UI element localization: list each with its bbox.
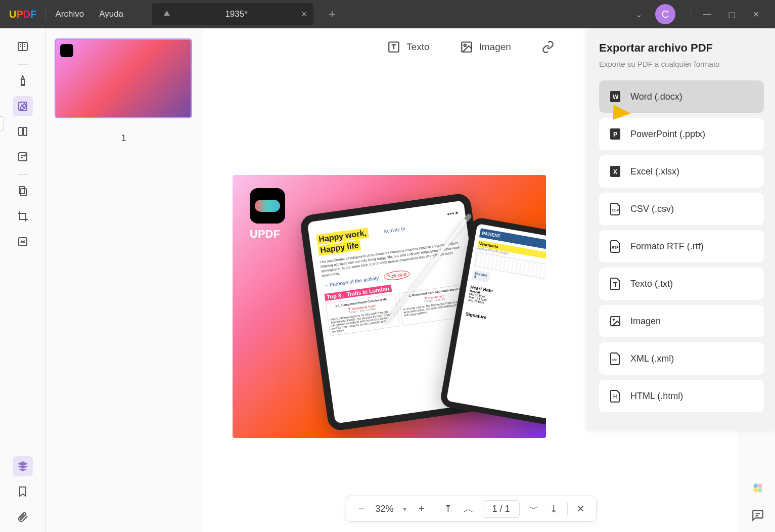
left-toolbar — [0, 28, 45, 532]
text-icon — [387, 40, 400, 54]
comment-button[interactable] — [747, 505, 768, 526]
reader-mode-button[interactable] — [13, 36, 33, 57]
bottom-toolbar: − 32% ▾ + ⤒ ︿ 1 / 1 ﹀ ⤓ ✕ — [345, 496, 596, 522]
thumb-logo — [60, 44, 73, 57]
file-type-icon: RTF — [609, 239, 621, 253]
zoom-dropdown[interactable]: ▾ — [398, 505, 412, 513]
export-option-formato-rtf-rtf-[interactable]: RTFFormato RTF (.rtf) — [599, 230, 764, 262]
export-option-label: Formato RTF (.rtf) — [630, 241, 704, 252]
export-option-csv-csv-[interactable]: CSVCSV (.csv) — [599, 193, 764, 225]
signature-label: Signature — [465, 312, 546, 334]
export-panel: Exportar archivo PDF Exporte su PDF a cu… — [588, 28, 775, 430]
svg-rect-29 — [611, 317, 620, 326]
zoom-level: 32% — [371, 504, 397, 514]
next-page-button[interactable]: ﹀ — [524, 499, 544, 519]
panel-handle[interactable] — [0, 116, 4, 130]
image-icon — [460, 40, 473, 54]
svg-rect-4 — [19, 153, 27, 161]
titlebar: UPDF Archivo Ayuda 1935* × + ⌄ C — ▢ ✕ — [0, 0, 775, 28]
file-type-icon: P — [609, 127, 621, 141]
close-toolbar-button[interactable]: ✕ — [571, 499, 591, 519]
export-option-excel-xlsx-[interactable]: XExcel (.xlsx) — [599, 155, 764, 188]
page-thumbnail[interactable] — [55, 38, 192, 118]
file-type-icon: </> — [609, 351, 621, 366]
document-tab[interactable]: 1935* × — [152, 3, 313, 25]
zoom-in-button[interactable]: + — [412, 499, 432, 519]
first-page-button[interactable]: ⤒ — [438, 499, 459, 519]
separator — [18, 174, 28, 175]
bookmark-button[interactable] — [13, 481, 33, 502]
svg-rect-5 — [19, 187, 25, 194]
maximize-button[interactable]: ▢ — [719, 4, 744, 24]
svg-point-20 — [758, 488, 762, 493]
page-indicator[interactable]: 1 / 1 — [483, 500, 520, 518]
menu-file[interactable]: Archivo — [55, 9, 84, 19]
arrow-callout-icon — [578, 98, 633, 125]
divider — [567, 503, 568, 515]
layers-button[interactable] — [13, 456, 33, 476]
app-logo: UPDF — [9, 9, 36, 20]
redact-button[interactable] — [13, 232, 33, 252]
link-icon — [541, 40, 555, 54]
svg-text:RTF: RTF — [612, 246, 619, 249]
updf-logo-box — [250, 188, 285, 224]
divider — [691, 9, 691, 19]
export-option-label: HTML (.html) — [630, 391, 683, 402]
tab-close-icon[interactable]: × — [301, 8, 307, 21]
file-type-icon: H — [609, 389, 621, 403]
export-option-label: Excel (.xlsx) — [630, 166, 679, 177]
titlebar-right: ⌄ C — ▢ ✕ — [635, 4, 775, 24]
file-type-icon — [609, 314, 621, 328]
tab-add-icon[interactable]: + — [329, 7, 336, 21]
attachment-button[interactable] — [13, 507, 33, 527]
updf-logo-text: UPDF — [250, 228, 280, 241]
text-tool[interactable]: Texto — [387, 40, 429, 54]
organize-button[interactable] — [13, 181, 33, 201]
tab-title: 1935* — [182, 9, 291, 19]
export-panel-title: Exportar archivo PDF — [599, 41, 764, 55]
export-option-label: CSV (.csv) — [630, 204, 674, 214]
export-option-label: PowerPoint (.pptx) — [630, 129, 705, 140]
image-tool[interactable]: Imagen — [460, 40, 511, 54]
last-page-button[interactable]: ⤓ — [544, 499, 564, 519]
svg-text:P: P — [613, 131, 617, 138]
link-tool[interactable] — [541, 40, 555, 54]
image-tool-label: Imagen — [479, 41, 511, 53]
highlight-button[interactable] — [13, 71, 33, 91]
text-tool-label: Texto — [406, 41, 429, 53]
svg-point-17 — [753, 483, 758, 488]
pages-button[interactable] — [13, 121, 33, 142]
export-option-xml-xml-[interactable]: </>XML (.xml) — [599, 342, 764, 375]
export-option-html-html-[interactable]: HHTML (.html) — [599, 380, 764, 412]
svg-rect-3 — [23, 127, 27, 136]
avatar[interactable]: C — [655, 4, 675, 24]
export-panel-subtitle: Exporte su PDF a cualquier formato — [599, 60, 764, 68]
menu-help[interactable]: Ayuda — [99, 9, 123, 19]
svg-point-18 — [758, 483, 762, 488]
prev-page-button[interactable]: ︿ — [459, 499, 479, 519]
svg-rect-2 — [19, 127, 22, 136]
zoom-out-button[interactable]: − — [351, 499, 371, 519]
form-button[interactable] — [13, 147, 33, 167]
edit-button[interactable] — [13, 96, 33, 116]
tab-icon — [164, 11, 171, 18]
file-type-icon: X — [609, 164, 621, 179]
export-option-label: Texto (.txt) — [630, 279, 673, 289]
divider — [435, 503, 435, 515]
svg-text:</>: </> — [612, 358, 617, 362]
svg-text:X: X — [613, 168, 617, 175]
svg-text:H: H — [613, 394, 617, 400]
export-option-imagen[interactable]: Imagen — [599, 305, 764, 337]
svg-rect-6 — [21, 189, 26, 196]
export-option-texto-txt-[interactable]: Texto (.txt) — [599, 268, 764, 300]
thumbnail-page-number: 1 — [55, 132, 193, 144]
thumbnail-panel: 1 — [45, 28, 202, 532]
close-button[interactable]: ✕ — [744, 4, 768, 24]
handwriting-activity: Activity th — [383, 226, 405, 234]
ai-button[interactable] — [747, 477, 768, 499]
page-view[interactable]: UPDF ●●● ■ Happy work,Activity th Happy … — [233, 175, 546, 438]
export-option-label: XML (.xml) — [630, 353, 674, 364]
minimize-button[interactable]: — — [695, 4, 719, 24]
chevron-down-icon[interactable]: ⌄ — [635, 10, 642, 19]
crop-button[interactable] — [13, 206, 33, 227]
